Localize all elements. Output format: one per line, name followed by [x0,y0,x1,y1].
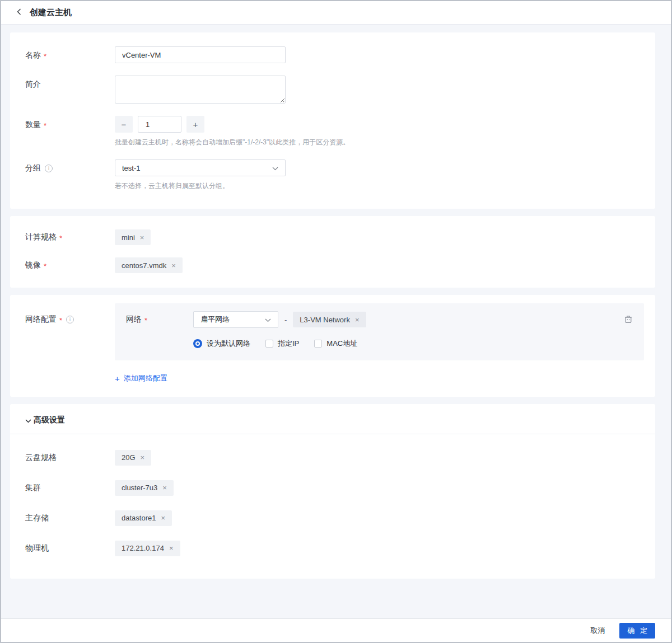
network-config-row: 网络配置 * i 网络 * 扁平网络 [10,303,655,384]
info-icon[interactable]: i [45,165,53,172]
remove-icon[interactable]: × [161,514,165,522]
checkbox-icon [265,340,273,348]
remove-icon[interactable]: × [171,262,176,269]
plus-icon: + [115,374,120,383]
chevron-down-icon [265,316,271,324]
physical-host-label: 物理机 [10,541,115,553]
create-vm-page: 创建云主机 名称 * 简介 数量 * [0,0,672,643]
advanced-settings-title: 高级设置 [34,415,65,425]
image-row: 镜像 * centos7.vmdk × [10,257,655,273]
compute-spec-label: 计算规格 * [10,229,115,242]
spec-section: 计算规格 * mini × 镜像 * centos7.vmdk × [10,216,655,288]
add-network-config-link[interactable]: + 添加网络配置 [115,373,167,383]
network-config-label: 网络配置 * i [10,303,115,325]
trash-icon [624,317,633,325]
page-header: 创建云主机 [1,1,671,25]
required-mark: * [59,234,62,242]
form-content: 名称 * 简介 数量 * − [1,25,671,618]
physical-host-row: 物理机 172.21.0.174 × [10,541,655,556]
network-type-value: 扁平网络 [200,315,230,325]
advanced-section: 高级设置 云盘规格 20G × 集群 c [10,404,655,579]
primary-storage-row: 主存储 datastore1 × [10,510,655,526]
advanced-settings-toggle[interactable]: 高级设置 [10,415,655,434]
quantity-hint: 批量创建云主机时，名称将会自动增加后缀"-1/-2/-3"以此类推，用于区分资源… [115,138,349,147]
network-options-row: 设为默认网络 指定IP MAC地址 [193,339,644,349]
info-icon[interactable]: i [66,316,74,323]
remove-icon[interactable]: × [141,454,145,461]
mac-address-label: MAC地址 [326,339,357,349]
intro-row: 简介 [10,76,655,104]
basic-info-section: 名称 * 简介 数量 * − [10,32,655,209]
required-mark: * [144,316,147,325]
name-row: 名称 * [10,46,655,63]
quantity-label: 数量 * [10,116,115,130]
default-network-label: 设为默认网络 [207,339,250,349]
page-title: 创建云主机 [30,7,72,18]
cluster-row: 集群 cluster-7u3 × [10,480,655,496]
cancel-button[interactable]: 取消 [590,626,605,636]
advanced-rows: 云盘规格 20G × 集群 cluster-7u3 × [10,434,655,556]
l3-network-tag: L3-VM Network × [293,312,366,327]
add-network-config-label: 添加网络配置 [124,373,167,383]
remove-icon[interactable]: × [162,484,167,491]
quantity-input[interactable] [138,116,181,133]
default-network-radio[interactable]: 设为默认网络 [193,339,250,349]
chevron-left-icon [17,8,21,17]
quantity-increase-button[interactable]: + [186,116,204,133]
network-config-body: 网络 * 扁平网络 - L3-VM Network [115,303,655,384]
network-section: 网络配置 * i 网络 * 扁平网络 [10,295,655,397]
primary-storage-tag: datastore1 × [115,510,172,526]
network-config-panel: 网络 * 扁平网络 - L3-VM Network [115,303,644,360]
group-select-value: test-1 [122,164,141,172]
compute-spec-row: 计算规格 * mini × [10,229,655,245]
checkbox-icon [314,340,322,348]
required-mark: * [44,262,46,270]
required-mark: * [44,52,46,60]
image-tag: centos7.vmdk × [115,257,183,273]
chevron-down-icon [272,164,278,172]
primary-storage-label: 主存储 [10,510,115,523]
cluster-label: 集群 [10,480,115,493]
physical-host-tag: 172.21.0.174 × [115,541,180,556]
back-button[interactable] [16,7,22,18]
image-label: 镜像 * [10,257,115,270]
specify-ip-checkbox[interactable]: 指定IP [265,339,299,349]
quantity-row: 数量 * − + 批量创建云主机时，名称将会自动增加后缀"-1/-2/-3"以此… [10,116,655,147]
compute-spec-tag: mini × [115,229,151,245]
name-label: 名称 * [10,46,115,60]
remove-icon[interactable]: × [169,545,174,552]
required-mark: * [44,121,46,130]
group-hint: 若不选择，云主机将归属至默认分组。 [115,181,286,191]
network-select-row: 网络 * 扁平网络 - L3-VM Network [115,311,644,328]
group-field: test-1 若不选择，云主机将归属至默认分组。 [115,159,286,191]
confirm-button[interactable]: 确 定 [619,623,655,639]
dash-separator: - [284,316,287,324]
footer-action-bar: 取消 确 定 [1,618,671,642]
remove-icon[interactable]: × [355,316,360,323]
network-type-select[interactable]: 扁平网络 [193,311,278,328]
disk-offering-tag: 20G × [115,450,151,466]
group-row: 分组 i test-1 若不选择，云主机将归属至默认分组。 [10,159,655,191]
network-label: 网络 * [126,315,193,325]
quantity-field: − + 批量创建云主机时，名称将会自动增加后缀"-1/-2/-3"以此类推，用于… [115,116,349,147]
disk-offering-row: 云盘规格 20G × [10,450,655,466]
name-input[interactable] [115,46,286,63]
disk-offering-label: 云盘规格 [10,450,115,463]
specify-ip-label: 指定IP [278,339,299,349]
remove-icon[interactable]: × [140,234,144,241]
chevron-down-icon [25,416,31,425]
group-select[interactable]: test-1 [115,159,286,176]
intro-textarea[interactable] [115,76,286,104]
quantity-stepper: − + [115,116,349,133]
delete-network-button[interactable] [624,315,633,323]
quantity-decrease-button[interactable]: − [115,116,133,133]
mac-address-checkbox[interactable]: MAC地址 [314,339,357,349]
group-label: 分组 i [10,159,115,173]
intro-label: 简介 [10,76,115,90]
required-mark: * [59,316,62,325]
cluster-tag: cluster-7u3 × [115,480,174,496]
radio-checked-icon [193,339,202,348]
